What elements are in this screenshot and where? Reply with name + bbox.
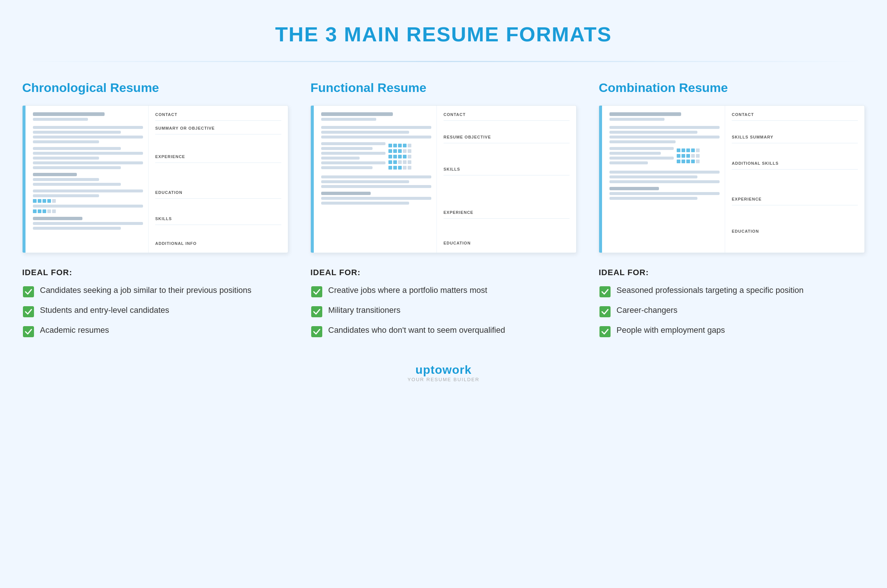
check-item: People with employment gaps <box>599 325 865 338</box>
checkmark-icon <box>22 306 35 318</box>
section-label: ADDITIONAL INFO <box>155 241 281 246</box>
combination-ideal-for: IDEAL FOR: Seasoned professionals target… <box>599 268 865 338</box>
combination-title: Combination Resume <box>599 81 865 95</box>
svg-rect-0 <box>23 286 34 297</box>
section-label: ADDITIONAL SKILLS <box>732 161 858 165</box>
brand-name: uptowork <box>415 363 472 376</box>
accent-bar <box>23 106 26 253</box>
svg-rect-5 <box>311 326 322 337</box>
page-title: THE 3 MAIN RESUME FORMATS <box>22 15 865 57</box>
checkmark-icon <box>599 285 611 298</box>
column-functional: Functional Resume <box>310 81 577 345</box>
check-item: Seasoned professionals targeting a speci… <box>599 285 865 298</box>
svg-rect-1 <box>23 306 34 317</box>
check-item: Students and entry-level candidates <box>22 305 288 318</box>
footer-tagline: YOUR RESUME BUILDER <box>22 377 865 382</box>
section-label: CONTACT <box>155 112 281 117</box>
chronological-mockup-right: CONTACT SUMMARY OR OBJECTIVE EXPERIENCE … <box>148 106 288 253</box>
check-text: Military transitioners <box>328 305 401 316</box>
section-label: SKILLS <box>444 167 570 171</box>
formats-container: Chronological Resume <box>22 81 865 345</box>
combination-mockup: CONTACT SKILLS SUMMARY ADDITIONAL SKILLS… <box>599 105 865 253</box>
column-chronological: Chronological Resume <box>22 81 288 345</box>
header-divider <box>22 61 865 62</box>
functional-ideal-for: IDEAL FOR: Creative jobs where a portfol… <box>310 268 577 338</box>
accent-bar <box>599 106 602 253</box>
check-text: Creative jobs where a portfolio matters … <box>328 285 487 296</box>
check-item: Career-changers <box>599 305 865 318</box>
section-label: EDUCATION <box>444 241 570 245</box>
functional-mockup: CONTACT RESUME OBJECTIVE SKILLS EXPERIEN… <box>310 105 577 253</box>
chronological-ideal-for: IDEAL FOR: Candidates seeking a job simi… <box>22 268 288 338</box>
footer: uptowork YOUR RESUME BUILDER <box>22 363 865 382</box>
check-text: People with employment gaps <box>616 325 725 336</box>
checkmark-icon <box>599 326 611 338</box>
check-text: Candidates seeking a job similar to thei… <box>40 285 251 296</box>
svg-rect-2 <box>23 326 34 337</box>
chronological-title: Chronological Resume <box>22 81 288 95</box>
ideal-for-label: IDEAL FOR: <box>310 268 577 278</box>
section-label: EXPERIENCE <box>444 210 570 214</box>
accent-bar <box>311 106 314 253</box>
checkmark-icon <box>310 306 323 318</box>
checkmark-icon <box>22 326 35 338</box>
functional-mockup-right: CONTACT RESUME OBJECTIVE SKILLS EXPERIEN… <box>436 106 576 253</box>
section-label: CONTACT <box>444 112 570 117</box>
check-item: Candidates seeking a job similar to thei… <box>22 285 288 298</box>
column-combination: Combination Resume <box>599 81 865 345</box>
check-item: Academic resumes <box>22 325 288 338</box>
checkmark-icon <box>310 326 323 338</box>
check-text: Students and entry-level candidates <box>40 305 169 316</box>
section-label: EDUCATION <box>155 190 281 195</box>
section-label: RESUME OBJECTIVE <box>444 135 570 139</box>
section-label: EDUCATION <box>732 229 858 233</box>
check-item: Military transitioners <box>310 305 577 318</box>
svg-rect-4 <box>311 306 322 317</box>
check-text: Candidates who don't want to seem overqu… <box>328 325 505 336</box>
svg-rect-3 <box>311 286 322 297</box>
check-text: Seasoned professionals targeting a speci… <box>616 285 803 296</box>
section-label: CONTACT <box>732 112 858 117</box>
section-label: SUMMARY OR OBJECTIVE <box>155 126 281 130</box>
chronological-mockup: CONTACT SUMMARY OR OBJECTIVE EXPERIENCE … <box>22 105 288 253</box>
svg-rect-7 <box>600 306 610 317</box>
check-text: Academic resumes <box>40 325 109 336</box>
combination-mockup-right: CONTACT SKILLS SUMMARY ADDITIONAL SKILLS… <box>725 106 864 253</box>
functional-mockup-left <box>311 106 436 253</box>
functional-title: Functional Resume <box>310 81 577 95</box>
combination-mockup-left <box>599 106 725 253</box>
section-label: EXPERIENCE <box>732 197 858 201</box>
checkmark-icon <box>310 285 323 298</box>
check-text: Career-changers <box>616 305 678 316</box>
check-item: Candidates who don't want to seem overqu… <box>310 325 577 338</box>
checkmark-icon <box>599 306 611 318</box>
checkmark-icon <box>22 285 35 298</box>
footer-logo: uptowork <box>22 363 865 377</box>
check-item: Creative jobs where a portfolio matters … <box>310 285 577 298</box>
section-label: SKILLS <box>155 216 281 221</box>
svg-rect-6 <box>600 286 610 297</box>
svg-rect-8 <box>600 326 610 337</box>
section-label: SKILLS SUMMARY <box>732 135 858 139</box>
chronological-mockup-left <box>23 106 148 253</box>
ideal-for-label: IDEAL FOR: <box>22 268 288 278</box>
section-label: EXPERIENCE <box>155 154 281 159</box>
ideal-for-label: IDEAL FOR: <box>599 268 865 278</box>
